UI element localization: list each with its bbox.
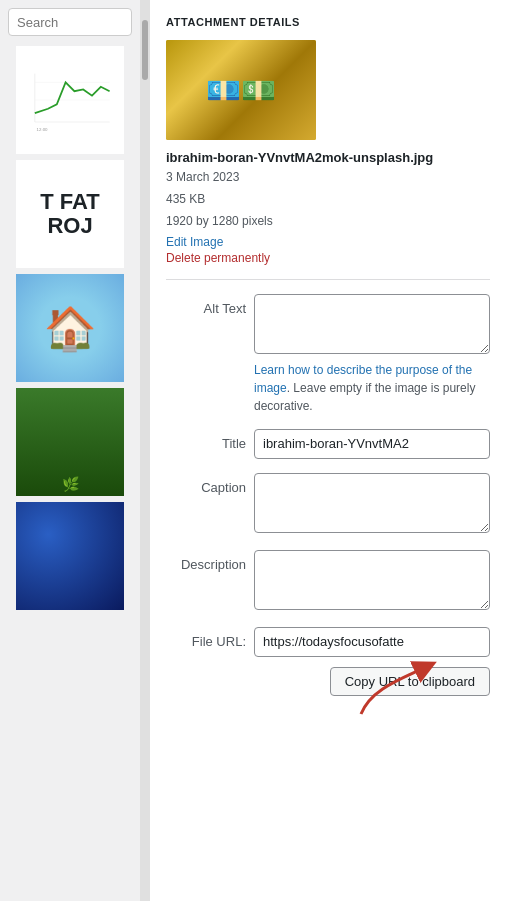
file-date: 3 March 2023 <box>166 168 490 187</box>
thumbnail-blue[interactable] <box>16 502 124 610</box>
description-input[interactable] <box>254 550 490 610</box>
file-dimensions: 1920 by 1280 pixels <box>166 212 490 231</box>
sidebar: 12:00 T FATROJ 🏠 🌿 <box>0 0 140 901</box>
alt-text-hint-rest: . Leave empty if the image is purely dec… <box>254 381 475 413</box>
title-input-wrap <box>254 429 490 459</box>
thumbnail-chart[interactable]: 12:00 <box>16 46 124 154</box>
svg-text:12:00: 12:00 <box>37 127 49 132</box>
copy-btn-row: Copy URL to clipboard <box>166 667 490 696</box>
edit-image-link[interactable]: Edit Image <box>166 235 490 249</box>
search-bar <box>0 0 140 44</box>
caption-input[interactable] <box>254 473 490 533</box>
description-label: Description <box>166 550 246 574</box>
title-row: Title <box>166 429 490 459</box>
description-input-wrap <box>254 550 490 613</box>
title-label: Title <box>166 429 246 453</box>
divider <box>166 279 490 280</box>
caption-row: Caption <box>166 473 490 536</box>
alt-text-section: Alt Text Learn how to describe the purpo… <box>166 294 490 415</box>
thumbnail-grass[interactable]: 🌿 <box>16 388 124 496</box>
file-size: 435 KB <box>166 190 490 209</box>
file-url-label: File URL: <box>166 634 246 649</box>
file-url-input[interactable] <box>254 627 490 657</box>
alt-text-input-wrap: Learn how to describe the purpose of the… <box>254 294 490 415</box>
section-title: ATTACHMENT DETAILS <box>166 16 490 28</box>
scrollbar-thumb[interactable] <box>142 20 148 80</box>
list-item[interactable]: 🏠 <box>0 272 140 386</box>
list-item[interactable]: 12:00 <box>0 44 140 158</box>
thumbnail-text[interactable]: T FATROJ <box>16 160 124 268</box>
alt-text-row: Alt Text Learn how to describe the purpo… <box>166 294 490 415</box>
scrollbar-track[interactable] <box>140 0 150 901</box>
thumbnail-house[interactable]: 🏠 <box>16 274 124 382</box>
thumbnail-text-content: T FATROJ <box>40 190 99 238</box>
caption-label: Caption <box>166 473 246 497</box>
thumbnail-list: 12:00 T FATROJ 🏠 🌿 <box>0 44 140 614</box>
list-item[interactable]: T FATROJ <box>0 158 140 272</box>
list-item[interactable]: 🌿 <box>0 386 140 500</box>
delete-permanently-link[interactable]: Delete permanently <box>166 251 490 265</box>
search-input[interactable] <box>8 8 132 36</box>
filename: ibrahim-boran-YVnvtMA2mok-unsplash.jpg <box>166 150 490 165</box>
alt-text-hint: Learn how to describe the purpose of the… <box>254 361 490 415</box>
attachment-details-panel: ATTACHMENT DETAILS ibrahim-boran-YVnvtMA… <box>150 0 506 901</box>
alt-text-label: Alt Text <box>166 294 246 318</box>
file-url-row: File URL: <box>166 627 490 657</box>
grass-icon: 🌿 <box>62 476 79 496</box>
money-image <box>166 40 316 140</box>
alt-text-input[interactable] <box>254 294 490 354</box>
copy-url-button[interactable]: Copy URL to clipboard <box>330 667 490 696</box>
attachment-preview <box>166 40 316 140</box>
title-input[interactable] <box>254 429 490 459</box>
list-item[interactable] <box>0 500 140 614</box>
house-icon: 🏠 <box>44 304 96 353</box>
description-row: Description <box>166 550 490 613</box>
caption-input-wrap <box>254 473 490 536</box>
